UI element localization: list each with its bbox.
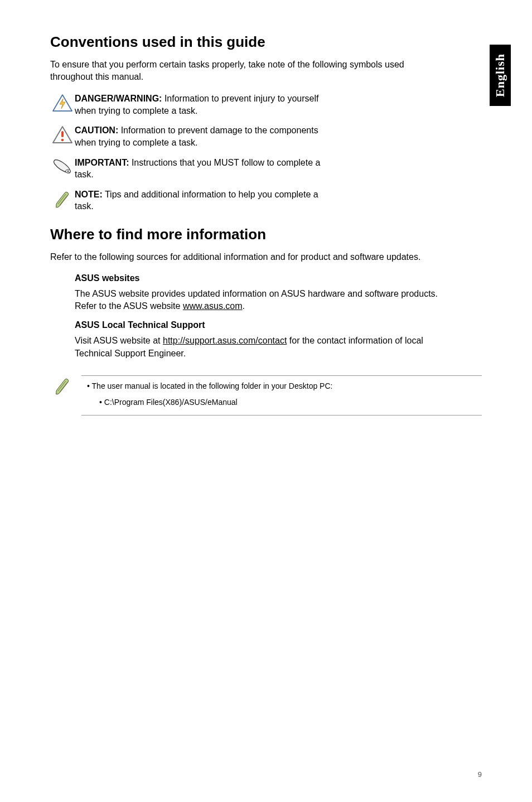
note-callout: The user manual is located in the follow…	[50, 375, 482, 416]
note-callout-icon	[50, 375, 75, 397]
warning-row-danger: DANGER/WARNING: Information to prevent i…	[50, 93, 482, 117]
heading-where: Where to find more information	[50, 226, 482, 243]
warning-row-caution: CAUTION: Information to prevent damage t…	[50, 124, 482, 148]
asus-web-pre: The ASUS website provides updated inform…	[75, 289, 438, 311]
asus-web-post: .	[243, 301, 245, 311]
note-label: NOTE:	[75, 190, 103, 199]
svg-rect-3	[61, 131, 64, 137]
asus-support-pre: Visit ASUS website at	[75, 336, 163, 345]
asus-web-link[interactable]: www.asus.com	[183, 301, 243, 311]
caution-icon	[50, 124, 75, 144]
caution-text: CAUTION: Information to prevent damage t…	[75, 124, 331, 148]
important-text: IMPORTANT: Instructions that you MUST fo…	[75, 157, 331, 181]
intro-where: Refer to the following sources for addit…	[50, 251, 482, 263]
warning-row-important: IMPORTANT: Instructions that you MUST fo…	[50, 157, 482, 181]
asus-websites-title: ASUS websites	[75, 273, 448, 283]
svg-point-6	[67, 170, 69, 172]
important-icon	[50, 157, 75, 176]
page-number: 9	[478, 770, 482, 779]
note-callout-content: The user manual is located in the follow…	[81, 375, 482, 416]
heading-conventions: Conventions used in this guide	[50, 33, 482, 51]
asus-support-title: ASUS Local Technical Support	[75, 320, 448, 330]
note-line-2: C:\Program Files(X86)/ASUS/eManual	[99, 397, 482, 408]
asus-websites-block: ASUS websites The ASUS website provides …	[75, 273, 482, 313]
warning-row-note: NOTE: Tips and additional information to…	[50, 189, 482, 212]
note-text: NOTE: Tips and additional information to…	[75, 189, 331, 212]
svg-point-4	[61, 139, 64, 142]
caution-label: CAUTION:	[75, 125, 118, 135]
danger-label: DANGER/WARNING:	[75, 94, 162, 103]
danger-icon	[50, 93, 75, 113]
note-icon	[50, 189, 75, 210]
asus-support-link[interactable]: http://support.asus.com/contact	[163, 336, 287, 345]
note-line-1: The user manual is located in the follow…	[87, 380, 482, 392]
asus-support-body: Visit ASUS website at http://support.asu…	[75, 335, 448, 360]
language-label: English	[493, 54, 507, 97]
important-label: IMPORTANT:	[75, 158, 129, 167]
note-body: Tips and additional information to help …	[75, 190, 318, 211]
danger-text: DANGER/WARNING: Information to prevent i…	[75, 93, 331, 117]
asus-support-block: ASUS Local Technical Support Visit ASUS …	[75, 320, 482, 360]
intro-conventions: To ensure that you perform certain tasks…	[50, 59, 482, 83]
asus-websites-body: The ASUS website provides updated inform…	[75, 288, 448, 313]
language-tab: English	[490, 45, 511, 106]
